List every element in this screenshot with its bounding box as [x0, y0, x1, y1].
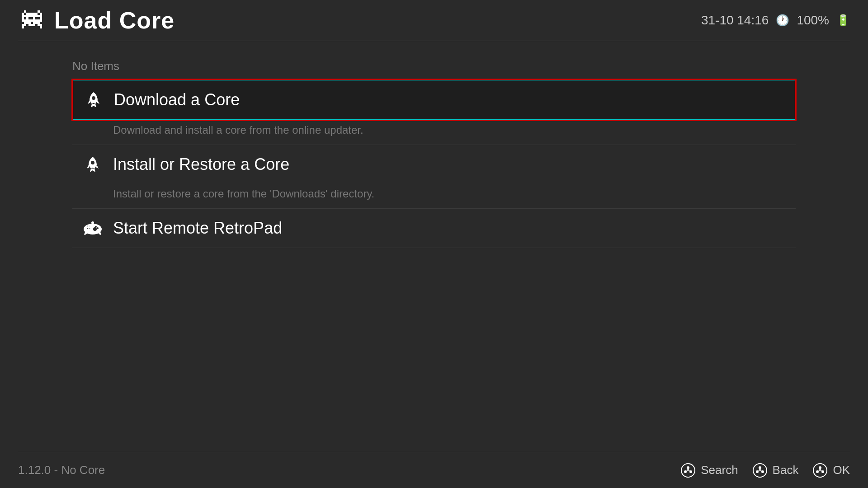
svg-point-32 [689, 470, 692, 473]
datetime: 31-10 14:16 [701, 13, 769, 28]
svg-rect-1 [38, 10, 40, 13]
header-right: 31-10 14:16 🕐 100% 🔋 [701, 13, 850, 28]
back-label: Back [773, 463, 799, 477]
svg-rect-11 [24, 22, 31, 24]
svg-point-25 [95, 226, 97, 228]
svg-point-30 [687, 466, 689, 469]
download-core-item[interactable]: Download a Core [72, 80, 796, 120]
svg-rect-3 [26, 13, 38, 15]
svg-rect-2 [22, 13, 24, 15]
clock-icon: 🕐 [776, 14, 789, 27]
install-restore-core-description: Install or restore a core from the 'Down… [72, 184, 796, 208]
svg-rect-17 [40, 26, 42, 28]
no-items-label: No Items [72, 59, 796, 73]
svg-rect-14 [28, 24, 35, 26]
ok-label: OK [833, 463, 850, 477]
install-restore-core-item[interactable]: Install or Restore a Core [72, 145, 796, 184]
page-title: Load Core [54, 7, 175, 34]
header: Load Core 31-10 14:16 🕐 100% 🔋 [0, 0, 868, 41]
install-restore-core-label: Install or Restore a Core [113, 155, 289, 174]
back-control[interactable]: Back [752, 462, 799, 479]
header-left: Load Core [18, 7, 175, 34]
svg-point-19 [91, 161, 94, 164]
svg-rect-10 [22, 19, 42, 22]
svg-rect-24 [88, 225, 90, 229]
divider-3 [72, 248, 796, 248]
svg-point-22 [93, 227, 97, 231]
search-control-icon [680, 462, 696, 479]
svg-point-28 [91, 221, 94, 224]
svg-point-29 [681, 464, 695, 477]
download-core-description: Download and install a core from the onl… [72, 120, 796, 145]
download-core-label: Download a Core [114, 90, 240, 109]
svg-rect-4 [40, 13, 42, 15]
svg-rect-7 [26, 17, 28, 19]
svg-point-39 [761, 470, 764, 473]
ok-control[interactable]: OK [812, 462, 850, 479]
battery-percent: 100% [797, 13, 829, 28]
svg-rect-6 [22, 17, 24, 19]
svg-point-37 [759, 466, 761, 469]
svg-rect-15 [38, 24, 42, 26]
back-control-icon [752, 462, 768, 479]
header-divider [18, 41, 850, 41]
footer-controls: Search Back [680, 462, 850, 479]
svg-point-36 [753, 464, 767, 477]
svg-point-31 [684, 470, 687, 473]
gamepad-icon [81, 217, 104, 239]
main-content: No Items Download a Core Download and in… [0, 46, 868, 262]
start-remote-retropad-label: Start Remote RetroPad [113, 219, 282, 238]
svg-point-46 [821, 470, 824, 473]
footer: 1.12.0 - No Core Search [0, 452, 868, 488]
search-label: Search [701, 463, 738, 477]
ok-control-icon [812, 462, 828, 479]
retroarch-icon [18, 7, 45, 34]
svg-point-26 [97, 227, 99, 229]
battery-icon: 🔋 [836, 14, 850, 27]
footer-content: 1.12.0 - No Core Search [0, 452, 868, 488]
svg-rect-0 [24, 10, 26, 13]
svg-rect-8 [33, 17, 35, 19]
rocket-icon-2 [81, 153, 104, 176]
start-remote-retropad-item[interactable]: Start Remote RetroPad [72, 209, 796, 248]
svg-rect-9 [40, 17, 42, 19]
svg-point-44 [819, 466, 821, 469]
svg-point-18 [92, 96, 95, 100]
svg-rect-16 [22, 26, 24, 28]
svg-rect-5 [22, 15, 42, 17]
version-label: 1.12.0 - No Core [18, 463, 105, 477]
svg-point-38 [756, 470, 759, 473]
svg-point-45 [816, 470, 819, 473]
rocket-icon [82, 89, 105, 111]
svg-point-43 [813, 464, 827, 477]
svg-rect-13 [22, 24, 26, 26]
search-control[interactable]: Search [680, 462, 738, 479]
svg-rect-12 [33, 22, 40, 24]
